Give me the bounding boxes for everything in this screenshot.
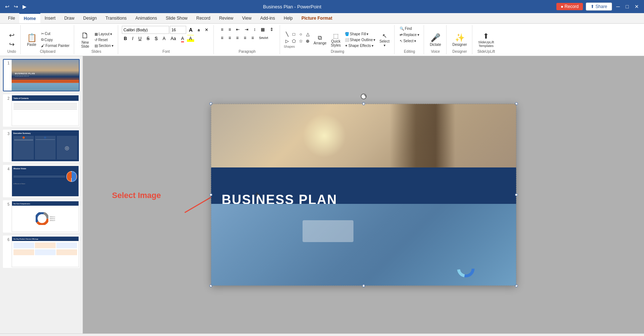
handle-top-left[interactable] (209, 102, 212, 105)
handle-bottom-left[interactable] (209, 284, 212, 287)
find-button[interactable]: 🔍 Find (398, 26, 413, 31)
slide-thumb-4[interactable]: 4 Mission Vision ● Mission ● Vision (3, 165, 80, 197)
tab-insert[interactable]: Insert (40, 13, 60, 23)
select-button[interactable]: ↖ Select ▾ (377, 31, 391, 48)
handle-middle-left[interactable] (209, 193, 212, 196)
format-painter-button[interactable]: 🖌 Format Painter (40, 43, 71, 48)
arrange-button[interactable]: ⧉ Arrange (312, 33, 328, 46)
shape-fill-button[interactable]: 🪣 Shape Fill ▾ (343, 31, 377, 37)
bullets-button[interactable]: ≡ (219, 26, 225, 33)
align-left-button[interactable]: ≡ (219, 34, 225, 41)
align-right-button[interactable]: ≡ (234, 34, 241, 41)
shape-item[interactable]: ╲ (284, 31, 290, 37)
handle-middle-right[interactable] (515, 193, 518, 196)
tab-transitions[interactable]: Transitions (101, 13, 131, 23)
ribbon-content: ↩ ↪ Undo 📋 Paste ✂ Cut (0, 24, 644, 56)
tab-file[interactable]: File (4, 13, 19, 23)
shape-item[interactable]: △ (304, 31, 311, 37)
align-text-button[interactable]: ≡ (249, 34, 256, 41)
minimize-button[interactable]: ─ (615, 3, 621, 10)
tab-picture-format[interactable]: Picture Format (297, 13, 337, 23)
cut-button[interactable]: ✂ Cut (40, 31, 71, 36)
tab-record[interactable]: Record (192, 13, 215, 23)
columns-button[interactable]: ▦ (259, 26, 267, 33)
align-center-button[interactable]: ≡ (226, 34, 233, 41)
slide-thumb-3[interactable]: 3 Executive Summary (3, 130, 80, 162)
font-family-input[interactable] (122, 26, 169, 34)
share-button[interactable]: ⬆ Share (586, 3, 612, 11)
undo-button[interactable]: ↩ (6, 31, 17, 40)
undo-quick-btn[interactable]: ↩ (4, 3, 11, 10)
layout-button[interactable]: ▦ Layout ▾ (93, 31, 115, 37)
tab-design[interactable]: Design (79, 13, 101, 23)
shape-item[interactable]: ▷ (284, 38, 290, 44)
close-button[interactable]: ✕ (633, 3, 640, 10)
reset-button[interactable]: ↺ Reset (93, 37, 115, 43)
redo-quick-btn[interactable]: ↪ (12, 3, 20, 10)
tab-draw[interactable]: Draw (60, 13, 79, 23)
underline-button[interactable]: U (136, 35, 144, 42)
text-shadow-button[interactable]: S (152, 35, 160, 42)
italic-button[interactable]: I (130, 35, 135, 42)
maximize-button[interactable]: □ (624, 3, 630, 10)
shape-item[interactable]: ⊕ (304, 38, 311, 44)
tab-slideshow[interactable]: Slide Show (161, 13, 192, 23)
char-spacing-button[interactable]: A (160, 35, 168, 42)
clear-format-button[interactable]: ✕ (203, 26, 211, 33)
dictate-button[interactable]: 🎤 Dictate (428, 32, 443, 48)
slide4-legend: ● Mission ● Vision (13, 183, 77, 185)
handle-bottom-center[interactable] (362, 284, 365, 287)
font-shrink-button[interactable]: a (196, 27, 202, 33)
slide-canvas[interactable]: BUSINESS PLAN Lorem ipsum dolor sit amet… (211, 104, 516, 286)
handle-top-center[interactable] (362, 102, 365, 105)
handle-bottom-right[interactable] (515, 284, 518, 287)
text-direction-button[interactable]: ⇕ (268, 26, 276, 33)
font-color-button[interactable]: A (179, 35, 186, 42)
replace-button[interactable]: ⇄ Replace ▾ (398, 32, 421, 37)
slide-thumb-2[interactable]: 2 Table of Contents (3, 94, 80, 127)
highlight-color-button[interactable]: A (187, 35, 194, 42)
slideuplit-templates-button[interactable]: ⬆ SlideUpLift Templates (476, 30, 496, 49)
canvas-area[interactable]: Select Image (83, 56, 644, 333)
tab-home[interactable]: Home (19, 13, 40, 23)
copy-button[interactable]: ⧉ Copy (40, 37, 71, 43)
shape-item[interactable]: ○ (297, 31, 304, 37)
shape-item[interactable]: ⬠ (291, 38, 297, 44)
slideuplit-icon: ⬆ (483, 32, 489, 40)
designer-button[interactable]: ✨ Designer (450, 32, 469, 48)
cut-icon: ✂ (41, 32, 44, 36)
numbering-button[interactable]: ≡ (226, 26, 233, 33)
font-size-input[interactable] (170, 26, 186, 34)
section-button[interactable]: ▤ Section ▾ (93, 43, 115, 48)
slide-thumb-5[interactable]: 5 Our Core Competencies ● Item 1 (3, 200, 80, 233)
shape-outline-button[interactable]: ⬜ Shape Outline ▾ (343, 37, 377, 43)
rotate-handle[interactable] (361, 94, 367, 99)
shape-effects-button[interactable]: ✦ Shape Effects ▾ (343, 43, 377, 48)
strikethrough-button[interactable]: S (144, 35, 152, 42)
shape-item[interactable]: □ (291, 31, 297, 37)
increase-indent-button[interactable]: ⇥ (243, 26, 251, 33)
record-button[interactable]: ● Record (556, 3, 583, 10)
present-quick-btn[interactable]: ▶ (21, 3, 28, 10)
paste-button[interactable]: 📋 Paste (24, 32, 39, 48)
change-case-button[interactable]: Aa (168, 35, 178, 42)
quick-styles-button[interactable]: ⬚ Quick Styles (329, 31, 343, 48)
editing-select-button[interactable]: ↖ Select ▾ (398, 38, 417, 44)
line-spacing-button[interactable]: ↕ (251, 26, 258, 33)
font-grow-button[interactable]: A (187, 26, 195, 34)
justify-button[interactable]: ≡ (241, 34, 248, 41)
redo-button[interactable]: ↪ (6, 40, 17, 49)
handle-top-right[interactable] (515, 102, 518, 105)
bold-button[interactable]: B (122, 35, 129, 42)
decrease-indent-button[interactable]: ⇤ (234, 26, 242, 33)
slide-thumb-6[interactable]: 6 Our Key Product / Service Offerings (3, 236, 80, 268)
tab-animations[interactable]: Animations (131, 13, 161, 23)
slide-thumb-1[interactable]: 1 BUSINESS PLAN Lorem ipsum dolor sit (3, 59, 80, 91)
tab-review[interactable]: Review (215, 13, 237, 23)
tab-addins[interactable]: Add-ins (256, 13, 280, 23)
new-slide-button[interactable]: 🗋 New Slide (78, 29, 92, 50)
smartart-button[interactable]: SmArt (257, 35, 270, 41)
tab-view[interactable]: View (238, 13, 256, 23)
shape-item[interactable]: ☆ (297, 38, 304, 44)
tab-help[interactable]: Help (279, 13, 297, 23)
